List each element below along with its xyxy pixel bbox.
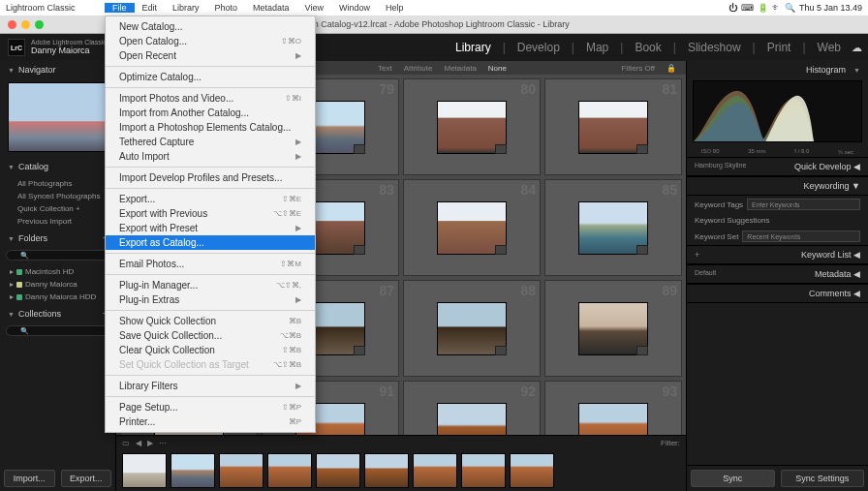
menu-item-email-photos[interactable]: Email Photos...⇧⌘M — [106, 257, 315, 271]
menu-item-printer[interactable]: Printer...⌘P — [106, 414, 315, 429]
menu-item-export-with-previous[interactable]: Export with Previous⌥⇧⌘E — [106, 206, 315, 221]
add-keyword-icon[interactable]: + — [695, 250, 699, 260]
grid-cell[interactable]: 84 — [403, 179, 541, 276]
filmstrip-source[interactable]: ⋯ — [159, 439, 167, 447]
menu-item-export[interactable]: Export...⇧⌘E — [106, 192, 315, 206]
menu-item-import-a-photoshop-elements-catalog[interactable]: Import a Photoshop Elements Catalog... — [106, 120, 315, 135]
filmstrip-thumbs[interactable] — [116, 449, 686, 491]
thumbnail[interactable] — [437, 201, 507, 255]
sync-button[interactable]: Sync — [691, 470, 775, 487]
menu-item-plug-in-extras[interactable]: Plug-in Extras▶ — [106, 292, 315, 307]
filmstrip-thumb[interactable] — [461, 453, 506, 488]
menu-item-library-filters[interactable]: Library Filters▶ — [106, 379, 315, 393]
module-print[interactable]: Print — [767, 41, 791, 54]
quick-develop-preset[interactable]: Hamburg Skyline — [695, 162, 746, 169]
sync-settings-button[interactable]: Sync Settings — [781, 470, 865, 487]
collections-header[interactable]: ▼Collections+ — [0, 305, 115, 322]
filmstrip-thumb[interactable] — [510, 453, 554, 488]
filmstrip-thumb[interactable] — [122, 453, 167, 488]
keyword-tags-field[interactable]: Enter Keywords — [747, 199, 860, 210]
quick-develop-header[interactable]: Hamburg Skyline Quick Develop ◀ — [687, 157, 868, 176]
thumbnail[interactable] — [437, 302, 507, 355]
module-slideshow[interactable]: Slideshow — [688, 41, 741, 54]
menu-item-auto-import[interactable]: Auto Import▶ — [106, 149, 315, 164]
filmstrip-thumb[interactable] — [170, 453, 215, 488]
module-web[interactable]: Web — [818, 41, 841, 54]
volume-item[interactable]: ▸Danny Maiorca — [0, 278, 115, 291]
filmstrip-thumb[interactable] — [316, 453, 360, 488]
menu-item-open-recent[interactable]: Open Recent▶ — [106, 48, 315, 63]
keyword-set-field[interactable]: Recent Keywords — [742, 230, 860, 242]
lock-icon[interactable]: 🔒 — [666, 64, 676, 73]
catalog-item[interactable]: Previous Import — [0, 215, 115, 228]
comments-header[interactable]: Comments ◀ — [687, 284, 868, 303]
keyword-list-header[interactable]: +Keyword List ◀ — [687, 245, 868, 264]
menu-item-plug-in-manager[interactable]: Plug-in Manager...⌥⇧⌘, — [106, 278, 315, 292]
catalog-item[interactable]: All Photographs — [0, 177, 115, 190]
keywording-header[interactable]: Keywording ▼ — [687, 176, 868, 196]
catalog-item[interactable]: All Synced Photographs — [0, 190, 115, 202]
module-map[interactable]: Map — [586, 41, 608, 54]
grid-cell[interactable]: 80 — [403, 78, 541, 175]
grid-cell[interactable]: 88 — [403, 280, 541, 377]
module-develop[interactable]: Develop — [517, 41, 560, 54]
folders-search[interactable]: 🔍 — [6, 250, 109, 261]
thumbnail[interactable] — [578, 101, 648, 154]
grid-cell[interactable]: 85 — [544, 179, 682, 276]
cloud-sync-icon[interactable]: ☁ — [852, 42, 862, 54]
export-button[interactable]: Export... — [61, 470, 112, 487]
grid-cell[interactable]: 89 — [544, 280, 682, 377]
menu-item-tethered-capture[interactable]: Tethered Capture▶ — [106, 135, 315, 149]
menu-window[interactable]: Window — [331, 3, 378, 13]
menu-item-import-photos-and-video[interactable]: Import Photos and Video...⇧⌘I — [106, 91, 315, 106]
menu-help[interactable]: Help — [378, 3, 412, 13]
menu-item-page-setup[interactable]: Page Setup...⇧⌘P — [106, 400, 315, 414]
thumbnail[interactable] — [578, 201, 648, 255]
second-monitor-icon[interactable]: ▭ — [122, 439, 130, 447]
menu-item-save-quick-collection[interactable]: Save Quick Collection...⌥⌘B — [106, 328, 315, 343]
catalog-header[interactable]: ▼Catalog — [0, 158, 115, 175]
navigator-header[interactable]: ▼Navigator — [0, 61, 115, 78]
menu-item-export-as-catalog[interactable]: Export as Catalog... — [106, 235, 315, 250]
filter-tab-text[interactable]: Text — [378, 64, 392, 73]
filmstrip-thumb[interactable] — [219, 453, 264, 488]
filmstrip-thumb[interactable] — [267, 453, 312, 488]
module-library[interactable]: Library — [455, 41, 491, 54]
histogram[interactable] — [693, 80, 862, 142]
menu-item-show-quick-collection[interactable]: Show Quick Collection⌘B — [106, 314, 315, 328]
menu-photo[interactable]: Photo — [207, 3, 246, 13]
menu-item-new-catalog[interactable]: New Catalog... — [106, 19, 315, 34]
menu-edit[interactable]: Edit — [135, 3, 166, 13]
module-book[interactable]: Book — [635, 41, 661, 54]
menu-item-open-catalog[interactable]: Open Catalog...⇧⌘O — [106, 34, 315, 48]
catalog-item[interactable]: Quick Collection + — [0, 202, 115, 215]
menu-metadata[interactable]: Metadata — [245, 3, 297, 13]
menu-item-import-from-another-catalog[interactable]: Import from Another Catalog... — [106, 106, 315, 120]
filters-off-toggle[interactable]: Filters Off — [621, 64, 655, 73]
filmstrip-nav-fwd-icon[interactable]: ▶ — [147, 439, 153, 447]
menu-file[interactable]: File — [105, 3, 135, 13]
import-button[interactable]: Import... — [4, 470, 55, 487]
filter-tab-metadata[interactable]: Metadata — [444, 64, 476, 73]
volume-item[interactable]: ▸Macintosh HD — [0, 265, 115, 278]
thumbnail[interactable] — [437, 101, 507, 154]
menu-item-optimize-catalog[interactable]: Optimize Catalog... — [106, 70, 315, 84]
filmstrip-nav-back-icon[interactable]: ◀ — [136, 439, 141, 447]
navigator-preview[interactable] — [8, 82, 108, 152]
filmstrip-thumb[interactable] — [413, 453, 457, 488]
grid-cell[interactable]: 81 — [544, 78, 682, 175]
menu-library[interactable]: Library — [165, 3, 207, 13]
folders-header[interactable]: ▼Folders+ — [0, 230, 115, 247]
menu-view[interactable]: View — [297, 3, 331, 13]
metadata-preset[interactable]: Default — [695, 269, 716, 276]
metadata-header[interactable]: DefaultMetadata ◀ — [687, 264, 868, 284]
filmstrip-thumb[interactable] — [364, 453, 409, 488]
volume-item[interactable]: ▸Danny Maiorca HDD — [0, 291, 115, 303]
menu-item-export-with-preset[interactable]: Export with Preset▶ — [106, 221, 315, 235]
collections-search[interactable]: 🔍 — [6, 325, 109, 336]
menu-item-clear-quick-collection[interactable]: Clear Quick Collection⇧⌘B — [106, 343, 315, 357]
filter-tab-none[interactable]: None — [488, 64, 507, 73]
thumbnail[interactable] — [578, 302, 648, 355]
histogram-header[interactable]: Histogram▼ — [687, 61, 868, 78]
menu-item-import-develop-profiles-and-presets[interactable]: Import Develop Profiles and Presets... — [106, 170, 315, 185]
